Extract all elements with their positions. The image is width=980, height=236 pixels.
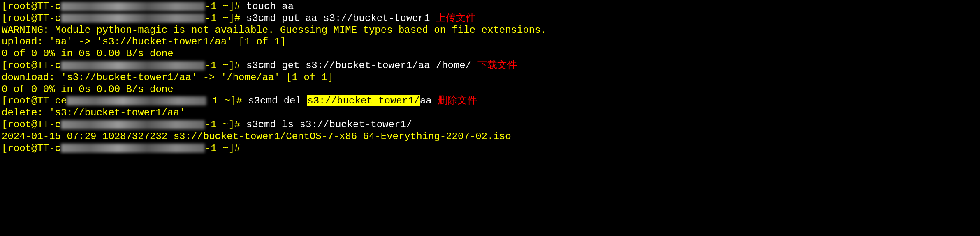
command-text: aa	[420, 95, 432, 106]
shell-prompt: [root@TT-c-1 ~]#	[2, 119, 246, 130]
annotation-upload: 上传文件	[436, 13, 475, 24]
shell-prompt: [root@TT-ce-1 ~]#	[2, 95, 248, 106]
command-text: s3cmd ls s3://bucket-tower1/	[246, 119, 412, 130]
progress-text: 0 of 0 0% in 0s 0.00 B/s done	[2, 48, 174, 59]
prompt-user-host: [root@TT-c	[2, 119, 61, 130]
prompt-user-host: [root@TT-c	[2, 1, 61, 12]
terminal-output-line: 0 of 0 0% in 0s 0.00 B/s done	[2, 84, 978, 96]
progress-text: 0 of 0 0% in 0s 0.00 B/s done	[2, 84, 174, 95]
hostname-blurred	[61, 120, 205, 129]
terminal-line: [root@TT-c-1 ~]# s3cmd ls s3://bucket-to…	[2, 119, 978, 131]
annotation-delete: 删除文件	[438, 95, 477, 106]
command-text: s3cmd put aa s3://bucket-tower1	[246, 13, 430, 24]
terminal-line: [root@TT-ce-1 ~]# s3cmd del s3://bucket-…	[2, 95, 978, 107]
shell-prompt: [root@TT-c-1 ~]#	[2, 143, 240, 154]
terminal-line: [root@TT-c-1 ~]# s3cmd get s3://bucket-t…	[2, 60, 978, 72]
terminal-line: [root@TT-c-1 ~]#	[2, 143, 978, 155]
shell-prompt: [root@TT-c-1 ~]#	[2, 1, 246, 12]
prompt-user-host: [root@TT-c	[2, 60, 61, 71]
hostname-blurred	[67, 96, 206, 105]
hostname-blurred	[61, 144, 205, 153]
prompt-user-host: [root@TT-c	[2, 143, 61, 154]
prompt-suffix: -1 ~]#	[205, 13, 246, 24]
terminal-output-line: WARNING: Module python-magic is not avai…	[2, 25, 978, 37]
ls-output: 2024-01-15 07:29 10287327232 s3://bucket…	[2, 131, 511, 142]
prompt-suffix: -1 ~]#	[205, 143, 240, 154]
command-text: s3cmd del	[248, 95, 307, 106]
delete-status: delete: 's3://bucket-tower1/aa'	[2, 107, 185, 118]
hostname-blurred	[61, 2, 205, 11]
prompt-user-host: [root@TT-ce	[2, 95, 67, 106]
shell-prompt: [root@TT-c-1 ~]#	[2, 13, 246, 24]
command-text: s3cmd get s3://bucket-tower1/aa /home/	[246, 60, 471, 71]
hostname-blurred	[61, 14, 205, 23]
annotation-download: 下载文件	[477, 60, 517, 71]
terminal-output-line: delete: 's3://bucket-tower1/aa'	[2, 107, 978, 119]
terminal-output-line: download: 's3://bucket-tower1/aa' -> '/h…	[2, 72, 978, 84]
warning-text: WARNING: Module python-magic is not avai…	[2, 25, 547, 36]
terminal-line: [root@TT-c-1 ~]# s3cmd put aa s3://bucke…	[2, 13, 978, 25]
prompt-suffix: -1 ~]#	[206, 95, 248, 106]
command-text: touch aa	[246, 1, 294, 12]
highlighted-selection: s3://bucket-tower1/	[307, 95, 420, 106]
prompt-suffix: -1 ~]#	[205, 119, 246, 130]
download-status: download: 's3://bucket-tower1/aa' -> '/h…	[2, 72, 334, 83]
upload-status: upload: 'aa' -> 's3://bucket-tower1/aa' …	[2, 36, 286, 47]
hostname-blurred	[61, 61, 205, 70]
prompt-suffix: -1 ~]#	[205, 60, 246, 71]
prompt-user-host: [root@TT-c	[2, 13, 61, 24]
prompt-suffix: -1 ~]#	[205, 1, 246, 12]
terminal-output-line: 2024-01-15 07:29 10287327232 s3://bucket…	[2, 131, 978, 143]
terminal-line: [root@TT-c-1 ~]# touch aa	[2, 1, 978, 13]
terminal-output-line: upload: 'aa' -> 's3://bucket-tower1/aa' …	[2, 36, 978, 48]
terminal-output-line: 0 of 0 0% in 0s 0.00 B/s done	[2, 48, 978, 60]
shell-prompt: [root@TT-c-1 ~]#	[2, 60, 246, 71]
